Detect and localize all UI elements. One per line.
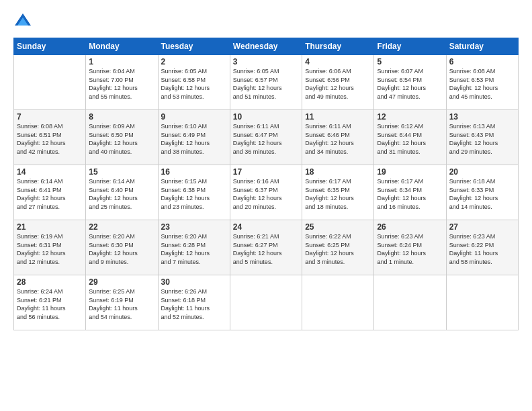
calendar-cell: 15Sunrise: 6:14 AM Sunset: 6:40 PM Dayli… [86,165,158,220]
day-number: 7 [17,112,83,122]
weekday-header-tuesday: Tuesday [158,38,230,55]
calendar-cell: 26Sunrise: 6:23 AM Sunset: 6:24 PM Dayli… [374,220,446,275]
day-number: 22 [89,222,154,232]
day-number: 28 [17,277,83,287]
calendar-cell: 27Sunrise: 6:23 AM Sunset: 6:22 PM Dayli… [446,220,518,275]
day-number: 30 [161,277,227,287]
cell-info: Sunrise: 6:17 AM Sunset: 6:35 PM Dayligh… [305,177,371,211]
calendar-cell: 6Sunrise: 6:08 AM Sunset: 6:53 PM Daylig… [446,55,518,110]
day-number: 20 [449,167,515,177]
calendar-cell: 20Sunrise: 6:18 AM Sunset: 6:33 PM Dayli… [446,165,518,220]
cell-info: Sunrise: 6:07 AM Sunset: 6:54 PM Dayligh… [377,67,443,101]
cell-info: Sunrise: 6:20 AM Sunset: 6:28 PM Dayligh… [161,232,227,266]
day-number: 15 [89,167,154,177]
calendar-cell: 3Sunrise: 6:05 AM Sunset: 6:57 PM Daylig… [230,55,302,110]
calendar-cell [446,275,518,330]
day-number: 2 [161,57,227,66]
day-number: 9 [161,112,227,122]
calendar-cell [14,55,86,110]
calendar-cell: 22Sunrise: 6:20 AM Sunset: 6:30 PM Dayli… [86,220,158,275]
day-number: 29 [89,277,154,287]
calendar-cell: 4Sunrise: 6:06 AM Sunset: 6:56 PM Daylig… [302,55,374,110]
cell-info: Sunrise: 6:18 AM Sunset: 6:33 PM Dayligh… [449,177,515,211]
calendar-week-row: 1Sunrise: 6:04 AM Sunset: 7:00 PM Daylig… [14,55,519,110]
logo-icon [13,12,32,31]
cell-info: Sunrise: 6:10 AM Sunset: 6:49 PM Dayligh… [161,122,227,156]
weekday-header-thursday: Thursday [302,38,374,55]
calendar-cell: 30Sunrise: 6:26 AM Sunset: 6:18 PM Dayli… [158,275,230,330]
day-number: 5 [377,57,443,66]
calendar-cell: 12Sunrise: 6:12 AM Sunset: 6:44 PM Dayli… [374,110,446,165]
calendar-table: SundayMondayTuesdayWednesdayThursdayFrid… [13,38,519,330]
weekday-header-wednesday: Wednesday [230,38,302,55]
weekday-header-saturday: Saturday [446,38,518,55]
day-number: 16 [161,167,227,177]
calendar-cell: 28Sunrise: 6:24 AM Sunset: 6:21 PM Dayli… [14,275,86,330]
day-number: 8 [89,112,154,122]
calendar-week-row: 28Sunrise: 6:24 AM Sunset: 6:21 PM Dayli… [14,275,519,330]
calendar-cell [374,275,446,330]
calendar-cell: 23Sunrise: 6:20 AM Sunset: 6:28 PM Dayli… [158,220,230,275]
cell-info: Sunrise: 6:24 AM Sunset: 6:21 PM Dayligh… [17,287,83,321]
day-number: 4 [305,57,371,66]
calendar-cell: 24Sunrise: 6:21 AM Sunset: 6:27 PM Dayli… [230,220,302,275]
day-number: 27 [449,222,515,232]
cell-info: Sunrise: 6:25 AM Sunset: 6:19 PM Dayligh… [89,287,154,321]
cell-info: Sunrise: 6:21 AM Sunset: 6:27 PM Dayligh… [233,232,299,266]
day-number: 18 [305,167,371,177]
cell-info: Sunrise: 6:08 AM Sunset: 6:51 PM Dayligh… [17,122,83,156]
calendar-cell: 11Sunrise: 6:11 AM Sunset: 6:46 PM Dayli… [302,110,374,165]
cell-info: Sunrise: 6:05 AM Sunset: 6:57 PM Dayligh… [233,67,299,101]
calendar-cell: 1Sunrise: 6:04 AM Sunset: 7:00 PM Daylig… [86,55,158,110]
calendar-cell: 10Sunrise: 6:11 AM Sunset: 6:47 PM Dayli… [230,110,302,165]
day-number: 6 [449,57,515,66]
calendar-week-row: 7Sunrise: 6:08 AM Sunset: 6:51 PM Daylig… [14,110,519,165]
calendar-week-row: 14Sunrise: 6:14 AM Sunset: 6:41 PM Dayli… [14,165,519,220]
cell-info: Sunrise: 6:17 AM Sunset: 6:34 PM Dayligh… [377,177,443,211]
cell-info: Sunrise: 6:08 AM Sunset: 6:53 PM Dayligh… [449,67,515,101]
day-number: 17 [233,167,299,177]
day-number: 25 [305,222,371,232]
cell-info: Sunrise: 6:11 AM Sunset: 6:46 PM Dayligh… [305,122,371,156]
weekday-header-friday: Friday [374,38,446,55]
cell-info: Sunrise: 6:06 AM Sunset: 6:56 PM Dayligh… [305,67,371,101]
calendar-cell: 14Sunrise: 6:14 AM Sunset: 6:41 PM Dayli… [14,165,86,220]
cell-info: Sunrise: 6:19 AM Sunset: 6:31 PM Dayligh… [17,232,83,266]
cell-info: Sunrise: 6:16 AM Sunset: 6:37 PM Dayligh… [233,177,299,211]
cell-info: Sunrise: 6:23 AM Sunset: 6:24 PM Dayligh… [377,232,443,266]
calendar-cell [302,275,374,330]
calendar-cell: 8Sunrise: 6:09 AM Sunset: 6:50 PM Daylig… [86,110,158,165]
cell-info: Sunrise: 6:14 AM Sunset: 6:40 PM Dayligh… [89,177,154,211]
calendar-cell: 9Sunrise: 6:10 AM Sunset: 6:49 PM Daylig… [158,110,230,165]
header [13,12,519,31]
day-number: 10 [233,112,299,122]
page: SundayMondayTuesdayWednesdayThursdayFrid… [0,0,532,411]
weekday-row: SundayMondayTuesdayWednesdayThursdayFrid… [14,38,519,55]
calendar-cell: 17Sunrise: 6:16 AM Sunset: 6:37 PM Dayli… [230,165,302,220]
calendar-cell [230,275,302,330]
day-number: 19 [377,167,443,177]
cell-info: Sunrise: 6:23 AM Sunset: 6:22 PM Dayligh… [449,232,515,266]
day-number: 3 [233,57,299,66]
cell-info: Sunrise: 6:15 AM Sunset: 6:38 PM Dayligh… [161,177,227,211]
cell-info: Sunrise: 6:12 AM Sunset: 6:44 PM Dayligh… [377,122,443,156]
calendar-cell: 7Sunrise: 6:08 AM Sunset: 6:51 PM Daylig… [14,110,86,165]
day-number: 13 [449,112,515,122]
cell-info: Sunrise: 6:13 AM Sunset: 6:43 PM Dayligh… [449,122,515,156]
day-number: 14 [17,167,83,177]
calendar-cell: 2Sunrise: 6:05 AM Sunset: 6:58 PM Daylig… [158,55,230,110]
calendar-cell: 25Sunrise: 6:22 AM Sunset: 6:25 PM Dayli… [302,220,374,275]
calendar-cell: 16Sunrise: 6:15 AM Sunset: 6:38 PM Dayli… [158,165,230,220]
calendar-cell: 21Sunrise: 6:19 AM Sunset: 6:31 PM Dayli… [14,220,86,275]
cell-info: Sunrise: 6:05 AM Sunset: 6:58 PM Dayligh… [161,67,227,101]
calendar-cell: 13Sunrise: 6:13 AM Sunset: 6:43 PM Dayli… [446,110,518,165]
calendar-cell: 18Sunrise: 6:17 AM Sunset: 6:35 PM Dayli… [302,165,374,220]
cell-info: Sunrise: 6:09 AM Sunset: 6:50 PM Dayligh… [89,122,154,156]
day-number: 26 [377,222,443,232]
cell-info: Sunrise: 6:26 AM Sunset: 6:18 PM Dayligh… [161,287,227,321]
calendar-body: 1Sunrise: 6:04 AM Sunset: 7:00 PM Daylig… [14,55,519,330]
day-number: 1 [89,57,154,66]
day-number: 12 [377,112,443,122]
calendar-cell: 5Sunrise: 6:07 AM Sunset: 6:54 PM Daylig… [374,55,446,110]
day-number: 24 [233,222,299,232]
